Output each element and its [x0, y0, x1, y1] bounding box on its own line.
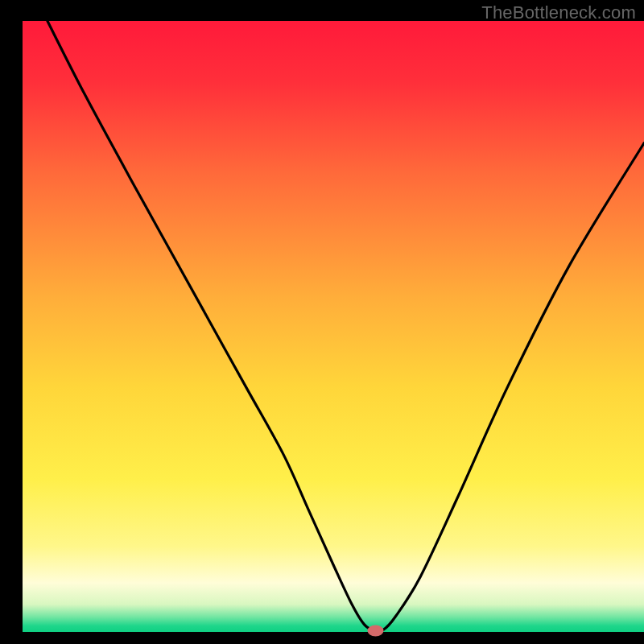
watermark-text: TheBottleneck.com [481, 2, 636, 23]
chart-frame: TheBottleneck.com [0, 0, 644, 644]
bottleneck-chart [0, 0, 644, 644]
optimum-marker [367, 625, 383, 636]
plot-area [23, 21, 644, 632]
